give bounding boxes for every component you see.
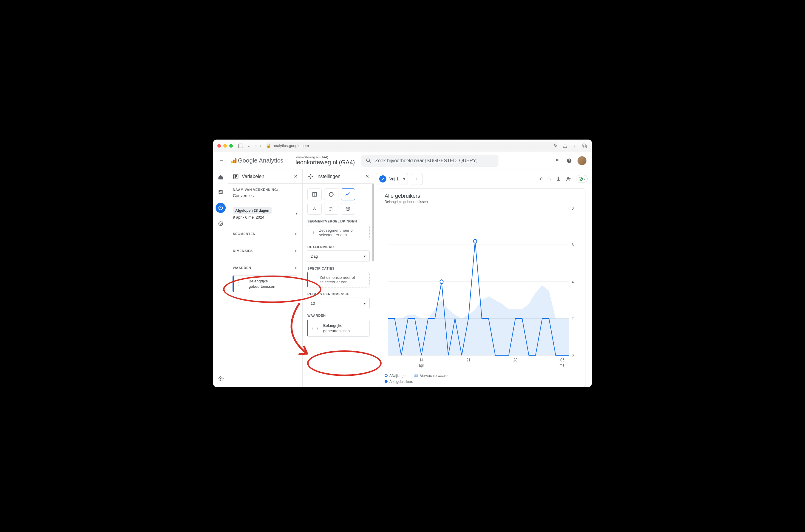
redo-icon: ↷ [548, 176, 551, 182]
metric-chip-label: Belangrijke gebeurtenissen [249, 279, 294, 289]
specs-label: SPECIFICATIES [303, 267, 374, 270]
nav-reports-icon[interactable] [216, 188, 225, 196]
rows-value: 10 [311, 301, 315, 306]
add-segment-button[interactable]: ＋ [294, 231, 298, 236]
plus-icon: ＋ [311, 276, 317, 283]
ga-header: ← Google Analytics leonkorteweg.nl (GA4)… [213, 152, 592, 169]
close-window-icon[interactable] [217, 144, 221, 148]
svg-text:2: 2 [572, 316, 574, 321]
svg-text:14: 14 [420, 358, 423, 362]
address-url: analytics.google.com [273, 144, 309, 148]
settings-title: Instellingen [317, 174, 341, 179]
metric-chip-key-events[interactable]: ⋮⋮ Belangrijke gebeurtenissen [232, 275, 298, 292]
drag-handle-icon[interactable]: ⋮⋮ [236, 282, 246, 285]
svg-text:6: 6 [572, 243, 574, 247]
close-icon[interactable]: ✕ [294, 174, 298, 179]
svg-rect-12 [557, 160, 558, 161]
lock-icon: 🔒 [266, 144, 271, 148]
search-placeholder: Zoek bijvoorbeeld naar {SUGGESTED_QUERY} [375, 158, 478, 164]
nav-admin-icon[interactable] [216, 375, 225, 383]
granularity-select[interactable]: Dag ▾ [307, 250, 370, 262]
svg-point-54 [474, 239, 477, 243]
svg-text:?: ? [568, 159, 570, 162]
search-icon [366, 158, 371, 164]
granularity-value: Dag [311, 254, 318, 259]
settings-metric-chip[interactable]: ⋮⋮ Belangrijke gebeurtenissen [307, 320, 370, 337]
undo-icon[interactable]: ↶ [539, 176, 543, 182]
drag-handle-icon[interactable]: ⋮⋮ [311, 327, 320, 330]
new-tab-icon[interactable]: ＋ [572, 142, 577, 149]
sidebar-toggle[interactable]: ⌄ [237, 143, 250, 149]
property-sub: leonkorteweg.nl (GA4) [295, 155, 355, 159]
window-controls [217, 144, 233, 148]
svg-rect-17 [220, 191, 221, 193]
property-selector[interactable]: leonkorteweg.nl (GA4) leonkorteweg.nl (G… [290, 152, 355, 169]
exploration-name[interactable]: Conversies [233, 193, 298, 198]
close-icon[interactable]: ✕ [365, 174, 369, 179]
add-dimension-button[interactable]: ＋ [294, 248, 298, 253]
share-icon[interactable] [562, 143, 568, 149]
nav-back-icon[interactable]: ‹ [255, 144, 256, 148]
svg-point-19 [218, 206, 223, 210]
svg-rect-18 [221, 191, 222, 193]
svg-rect-16 [219, 192, 220, 193]
download-icon[interactable] [555, 176, 561, 182]
address-bar[interactable]: 🔒 analytics.google.com ↻ [266, 142, 557, 150]
svg-text:4: 4 [572, 280, 574, 284]
viz-table-icon[interactable] [307, 188, 322, 201]
scrollbar[interactable] [372, 184, 374, 261]
svg-point-22 [220, 378, 221, 380]
viz-donut-icon[interactable] [324, 188, 339, 201]
legend-anomalies: Afwijkingen [385, 374, 407, 378]
plus-icon: ＋ [311, 229, 316, 236]
exploration-tab[interactable]: Vrij 1 ▾ [376, 173, 408, 185]
line-chart: 0246814apr212805mei [385, 206, 580, 371]
viz-line-icon[interactable] [341, 188, 355, 201]
chevron-down-icon: ▾ [583, 177, 585, 181]
svg-text:8: 8 [572, 206, 574, 211]
svg-point-21 [220, 223, 221, 225]
legend-series: Alle gebruikers [385, 380, 413, 384]
reload-icon[interactable]: ↻ [554, 144, 557, 148]
date-range: 9 apr - 6 mei 2024 [233, 215, 272, 220]
variables-icon [233, 174, 239, 179]
ga-logo[interactable]: Google Analytics [230, 157, 283, 164]
date-range-selector[interactable]: Afgelopen 28 dagen 9 apr - 6 mei 2024 ▾ [228, 203, 302, 224]
nav-advertising-icon[interactable] [216, 220, 225, 228]
maximize-window-icon[interactable] [229, 144, 233, 148]
apps-icon[interactable] [555, 158, 561, 164]
avatar[interactable] [577, 156, 587, 165]
add-tab-button[interactable]: ＋ [411, 173, 423, 185]
variables-title: Variabelen [242, 174, 264, 179]
back-arrow-icon[interactable]: ← [218, 157, 224, 164]
viz-geo-icon[interactable] [341, 203, 355, 215]
segment-drop-text: Zet segment neer of selecteer er een [319, 228, 366, 237]
add-metric-button[interactable]: ＋ [294, 265, 298, 270]
chart-subtitle: Belangrijke gebeurtenissen [385, 200, 580, 204]
settings-metric-chip-label: Belangrijke gebeurtenissen [323, 323, 366, 334]
segment-drop-zone[interactable]: ＋ Zet segment neer of selecteer er een [307, 225, 370, 240]
canvas-area: Vrij 1 ▾ ＋ ↶ ↷ ▾ [374, 169, 592, 387]
nav-home-icon[interactable] [216, 173, 225, 181]
nav-rail [213, 169, 228, 387]
viz-bar-icon[interactable] [324, 203, 339, 215]
dimension-drop-zone[interactable]: ＋ Zet dimensie neer of selecteer er een [307, 272, 370, 287]
rows-select[interactable]: 10 ▾ [307, 298, 370, 309]
chart-title: Alle gebruikers [385, 193, 580, 199]
app-name: Google Analytics [238, 157, 283, 164]
chevron-down-icon: ▾ [295, 211, 298, 215]
search-input[interactable]: Zoek bijvoorbeeld naar {SUGGESTED_QUERY} [361, 155, 499, 167]
svg-text:28: 28 [513, 358, 517, 362]
nav-explore-icon[interactable] [215, 203, 226, 213]
minimize-window-icon[interactable] [223, 144, 227, 148]
help-icon[interactable]: ? [566, 158, 572, 164]
status-indicator[interactable]: ▾ [576, 175, 588, 183]
edit-icon [379, 175, 386, 183]
tab-label: Vrij 1 [389, 176, 399, 181]
svg-rect-4 [231, 161, 233, 163]
granularity-label: DETAILNIVEAU [303, 245, 374, 249]
legend-expected: Verwachte waarde [414, 374, 449, 378]
tabs-icon[interactable] [582, 143, 588, 149]
share-users-icon[interactable] [566, 176, 572, 182]
viz-scatter-icon[interactable] [307, 203, 322, 215]
